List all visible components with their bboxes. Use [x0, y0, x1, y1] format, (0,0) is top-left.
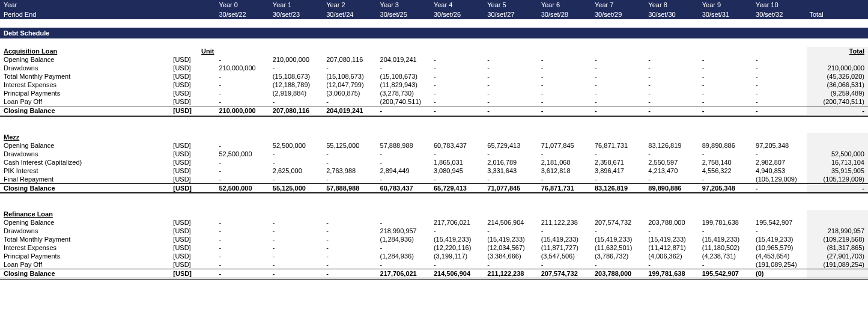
date-9: 30/set/31	[700, 10, 753, 19]
cell-y5: -	[485, 150, 538, 158]
refinance-drawdowns-row: Drawdowns[USD]---218,990,957-------218,9…	[0, 227, 868, 235]
cell-y5: -	[485, 64, 538, 72]
cell-y7: 203,788,000	[592, 269, 646, 279]
section-title-row: Debt Schedule	[0, 28, 868, 38]
row-label: Cash Interest (Capitalized)	[0, 158, 171, 167]
cell-y8: -	[646, 81, 699, 89]
cell-y2: -	[324, 227, 377, 235]
cell-y1: 210,000,000	[270, 55, 324, 64]
cell-y8: 4,213,470	[646, 167, 699, 175]
cell-y1: -	[270, 150, 324, 158]
year-0: Year 0	[216, 0, 270, 10]
row-label: Loan Pay Off	[0, 260, 171, 269]
row-label: Loan Pay Off	[0, 97, 171, 106]
row-label: Total Monthly Payment	[0, 235, 171, 243]
cell-y2: -	[324, 158, 377, 167]
cell-y7: (11,632,501)	[592, 243, 646, 252]
cell-y6: -	[539, 81, 592, 89]
year-7: Year 7	[592, 0, 646, 10]
cell-y3: -	[378, 175, 431, 184]
cell-y6: -	[539, 260, 592, 269]
cell-total	[807, 55, 868, 64]
year-10: Year 10	[753, 0, 807, 10]
cell-y3: (3,278,730)	[378, 89, 431, 97]
cell-y7: -	[592, 89, 646, 97]
row-label: PIK Interest	[0, 167, 171, 175]
cell-y10: -	[753, 72, 807, 81]
cell-y9: -	[700, 64, 753, 72]
cell-total: (27,901,703)	[807, 252, 868, 260]
cell-y2: (12,047,799)	[324, 81, 377, 89]
cell-y1: 207,080,116	[270, 106, 324, 116]
mezz-header-row: Mezz	[0, 133, 868, 141]
refinance-pp-row: Principal Payments[USD]---(1,284,936)(3,…	[0, 252, 868, 260]
cell-y7: -	[592, 64, 646, 72]
cell-y9: 97,205,348	[700, 183, 753, 193]
cell-y2: 2,763,988	[324, 167, 377, 175]
cell-y0: -	[216, 141, 270, 150]
cell-total: (45,326,020)	[807, 72, 868, 81]
cell-y5: -	[485, 106, 538, 116]
refinance-ie-row: Interest Expenses[USD]----(12,220,116)(1…	[0, 243, 868, 252]
cell-y9: 89,890,886	[700, 141, 753, 150]
date-10: 30/set/32	[753, 10, 807, 19]
cell-y4: -	[431, 150, 485, 158]
cell-y1: 55,125,000	[270, 183, 324, 193]
cell-y6: -	[539, 89, 592, 97]
cell-y10: -	[753, 55, 807, 64]
row-unit: [USD]	[171, 64, 216, 72]
cell-y10: (10,965,579)	[753, 243, 807, 252]
row-unit: [USD]	[171, 72, 216, 81]
cell-y5: 211,122,238	[485, 269, 538, 279]
cell-total: 16,713,104	[807, 158, 868, 167]
cell-y6: (11,871,727)	[539, 243, 592, 252]
date-4: 30/set/26	[431, 10, 485, 19]
cell-y1: -	[270, 269, 324, 279]
cell-y5: -	[485, 227, 538, 235]
cell-y3: -	[378, 218, 431, 227]
cell-y8: -	[646, 106, 699, 116]
acquisition-header-row: Acquisition Loan Unit Total	[0, 47, 868, 55]
cell-y8: 89,890,886	[646, 183, 699, 193]
acquisition-opening-row: Opening Balance[USD]-210,000,000207,080,…	[0, 55, 868, 64]
cell-total: 35,915,905	[807, 167, 868, 175]
cell-y4: -	[431, 106, 485, 116]
cell-y1: 2,625,000	[270, 167, 324, 175]
cell-y3: 57,888,988	[378, 141, 431, 150]
cell-y10: -	[753, 89, 807, 97]
cell-y3: 218,990,957	[378, 227, 431, 235]
date-2: 30/set/24	[324, 10, 377, 19]
row-unit: [USD]	[171, 141, 216, 150]
debt-schedule-table: Year Year 0 Year 1 Year 2 Year 3 Year 4 …	[0, 0, 868, 280]
date-6: 30/set/28	[539, 10, 592, 19]
cell-y1: (12,188,789)	[270, 81, 324, 89]
cell-y7: 76,871,731	[592, 141, 646, 150]
cell-y2: -	[324, 235, 377, 243]
cell-y10: (105,129,009)	[753, 175, 807, 184]
year-2: Year 2	[324, 0, 377, 10]
cell-y9: -	[700, 72, 753, 81]
cell-y7: 207,574,732	[592, 218, 646, 227]
year-1: Year 1	[270, 0, 324, 10]
cell-y10: 4,940,853	[753, 167, 807, 175]
cell-y9: 195,542,907	[700, 269, 753, 279]
cell-y7: 3,896,417	[592, 167, 646, 175]
cell-y3: (15,108,673)	[378, 72, 431, 81]
cell-y6: -	[539, 175, 592, 184]
cell-total	[807, 141, 868, 150]
acquisition-drawdowns-row: Drawdowns[USD]210,000,000----------210,0…	[0, 64, 868, 72]
cell-y2: -	[324, 150, 377, 158]
cell-y7: -	[592, 97, 646, 106]
header-dates-row: Period End 30/set/22 30/set/23 30/set/24…	[0, 10, 868, 19]
cell-y10: 2,982,807	[753, 158, 807, 167]
row-unit: [USD]	[171, 183, 216, 193]
row-unit: [USD]	[171, 97, 216, 106]
cell-y3: (11,829,943)	[378, 81, 431, 89]
cell-y6: 76,871,731	[539, 183, 592, 193]
refinance-header-row: Refinance Loan	[0, 210, 868, 218]
unit-header: Unit	[171, 47, 216, 55]
cell-y10: -	[753, 106, 807, 116]
acquisition-ie-row: Interest Expenses[USD]-(12,188,789)(12,0…	[0, 81, 868, 89]
year-9: Year 9	[700, 0, 753, 10]
cell-y6: -	[539, 227, 592, 235]
